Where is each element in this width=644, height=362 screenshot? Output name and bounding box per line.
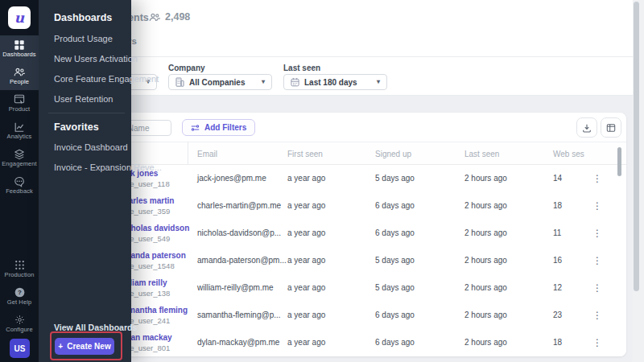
cell-signed-up: 6 days ago xyxy=(375,302,415,329)
cell-email: jack-jones@pm.me xyxy=(197,165,266,192)
last-seen-filter-dropdown[interactable]: Last 180 days ▾ xyxy=(283,74,387,90)
row-menu-icon[interactable]: ⋮ xyxy=(592,220,603,247)
cell-email: dylan-mackay@pm.me xyxy=(197,329,279,356)
dashboards-flyout: Dashboards Product Usage New Users Activ… xyxy=(39,0,131,362)
page-scrollbar-thumb[interactable] xyxy=(634,2,639,291)
flyout-divider xyxy=(48,113,125,113)
flyout-item-core-feature-engagement[interactable]: Core Feature Engagement xyxy=(54,74,159,84)
create-new-label: Create New xyxy=(67,342,110,351)
chevron-down-icon: ▾ xyxy=(377,79,380,85)
company-filter-label: Company xyxy=(168,64,205,72)
cell-web-sessions: 23 xyxy=(553,302,562,329)
app-window: Segments 2,498 Users ▾ Company All Compa… xyxy=(0,0,644,362)
feedback-bubble-icon xyxy=(0,172,39,187)
row-menu-icon[interactable]: ⋮ xyxy=(592,302,603,329)
company-filter-dropdown[interactable]: All Companies ▾ xyxy=(168,74,272,90)
cell-web-sessions: 18 xyxy=(553,192,562,220)
manage-columns-button[interactable] xyxy=(601,117,621,138)
table-row[interactable]: charles martin core_user_359 charles-mar… xyxy=(52,192,626,220)
flyout-item-product-usage[interactable]: Product Usage xyxy=(54,34,113,43)
user-name-link[interactable]: dylan mackay xyxy=(119,333,208,342)
sidebar-item-get-help[interactable]: ? Get Help xyxy=(0,283,39,311)
sidebar-item-label: Feedback xyxy=(0,187,39,195)
sidebar-item-label: Dashboards xyxy=(0,51,39,58)
cell-signed-up: 6 days ago xyxy=(375,220,415,247)
cell-signed-up: 6 days ago xyxy=(375,192,415,220)
download-icon xyxy=(582,123,592,133)
cell-last-seen: 2 hours ago xyxy=(464,247,507,274)
row-menu-icon[interactable]: ⋮ xyxy=(592,274,603,302)
last-seen-filter-label: Last seen xyxy=(283,64,320,72)
sidebar-item-label: Production xyxy=(0,271,39,278)
flyout-title: Dashboards xyxy=(54,12,112,23)
sidebar-item-feedback[interactable]: Feedback xyxy=(0,172,39,200)
row-menu-icon[interactable]: ⋮ xyxy=(592,247,603,274)
sidebar-item-label: Product xyxy=(0,105,39,113)
row-menu-icon[interactable]: ⋮ xyxy=(592,192,603,220)
dashboards-icon xyxy=(0,35,39,51)
users-table-card: Add Filters Email First seen Signed up L… xyxy=(52,113,626,356)
sidebar-item-configure[interactable]: Configure xyxy=(0,311,39,338)
view-all-dashboards-link[interactable]: View All Dashboards xyxy=(54,323,137,332)
sidebar-item-analytics[interactable]: Analytics xyxy=(0,117,39,145)
cell-email: amanda-paterson@pm... xyxy=(197,247,287,274)
add-filters-label: Add Filters xyxy=(204,123,246,132)
column-header-web-sessions: Web ses xyxy=(553,142,584,166)
sidebar-item-production[interactable]: Production xyxy=(0,256,39,283)
table-scrollbar-thumb[interactable] xyxy=(617,147,621,176)
user-name-link[interactable]: nicholas davidson xyxy=(119,224,208,232)
cell-signed-up: 5 days ago xyxy=(375,247,415,274)
user-name-link[interactable]: samantha fleming xyxy=(119,306,208,315)
column-header-last-seen: Last seen xyxy=(464,142,499,166)
add-filters-button[interactable]: Add Filters xyxy=(182,119,255,136)
flyout-item-invoice-expansion[interactable]: Invoice - Expansion Reve... xyxy=(54,162,162,172)
flyout-item-new-users-activation[interactable]: New Users Activation xyxy=(54,54,138,64)
company-filter-value: All Companies xyxy=(189,78,245,87)
row-menu-icon[interactable]: ⋮ xyxy=(592,329,603,356)
user-name-link[interactable]: william reilly xyxy=(119,278,208,287)
cell-last-seen: 2 hours ago xyxy=(464,302,507,329)
user-id: core_user_359 xyxy=(119,207,208,216)
flyout-item-invoice-dashboard[interactable]: Invoice Dashboard xyxy=(54,142,128,152)
create-new-button[interactable]: + Create New xyxy=(55,338,114,355)
sidebar-item-dashboards[interactable]: Dashboards xyxy=(0,35,39,63)
sidebar-item-people[interactable]: People xyxy=(0,63,39,90)
user-name-link[interactable]: charles martin xyxy=(119,196,208,205)
column-header-first-seen: First seen xyxy=(287,142,323,166)
user-id: core_user_801 xyxy=(119,343,208,352)
row-menu-icon[interactable]: ⋮ xyxy=(592,165,603,192)
sidebar-item-label: Analytics xyxy=(0,133,39,140)
column-header-email: Email xyxy=(197,142,217,166)
user-name-link[interactable]: amanda paterson xyxy=(119,251,208,260)
download-button[interactable] xyxy=(576,117,597,138)
cell-last-seen: 2 hours ago xyxy=(464,165,507,192)
plus-icon: + xyxy=(58,342,63,351)
layers-icon xyxy=(0,145,39,160)
people-icon xyxy=(0,63,39,78)
user-id: core_user_138 xyxy=(119,289,208,298)
cell-email: william-reilly@pm.me xyxy=(197,274,274,302)
user-avatar[interactable]: US xyxy=(10,339,30,358)
userpilot-logo[interactable]: u xyxy=(8,6,31,29)
sidebar-item-label: People xyxy=(0,78,39,85)
table-row[interactable]: dylan mackay core_user_801 dylan-mackay@… xyxy=(52,329,626,356)
flyout-favorites-title: Favorites xyxy=(54,121,99,133)
cell-web-sessions: 18 xyxy=(553,329,562,356)
table-row[interactable]: nicholas davidson core_user_549 nicholas… xyxy=(52,220,626,247)
cell-first-seen: a year ago xyxy=(287,329,325,356)
cell-first-seen: a year ago xyxy=(287,302,325,329)
calendar-icon xyxy=(291,77,299,87)
cell-first-seen: a year ago xyxy=(287,220,325,247)
flyout-item-user-retention[interactable]: User Retention xyxy=(54,94,113,104)
sidebar-item-product[interactable]: Product xyxy=(0,90,39,117)
user-id: core_user_549 xyxy=(119,234,208,243)
table-row[interactable]: samantha fleming core_user_241 samantha-… xyxy=(52,302,626,329)
cell-last-seen: 2 hours ago xyxy=(464,329,507,356)
cell-signed-up: 5 days ago xyxy=(375,274,415,302)
cell-last-seen: 2 hours ago xyxy=(464,274,507,302)
cell-signed-up: 5 days ago xyxy=(375,165,415,192)
table-row[interactable]: amanda paterson core_user_1548 amanda-pa… xyxy=(52,247,626,274)
sidebar-item-label: Configure xyxy=(0,326,39,333)
table-row[interactable]: william reilly core_user_138 william-rei… xyxy=(52,274,626,302)
sidebar-item-engagement[interactable]: Engagement xyxy=(0,145,39,172)
